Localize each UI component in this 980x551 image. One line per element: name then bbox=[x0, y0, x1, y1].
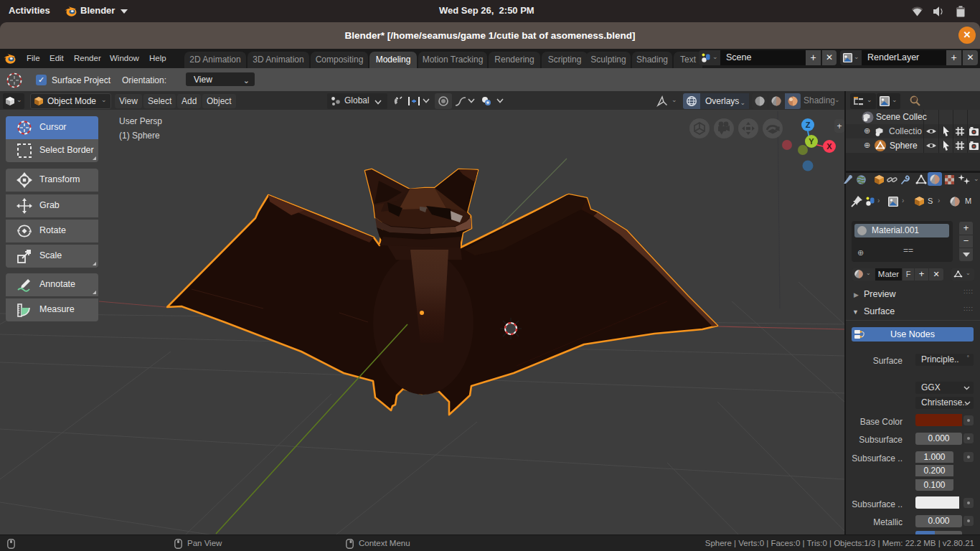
svg-text:+: + bbox=[837, 121, 842, 131]
svg-text:Z: Z bbox=[806, 121, 811, 129]
svg-text:X: X bbox=[826, 142, 832, 151]
svg-text:Y: Y bbox=[809, 137, 814, 146]
